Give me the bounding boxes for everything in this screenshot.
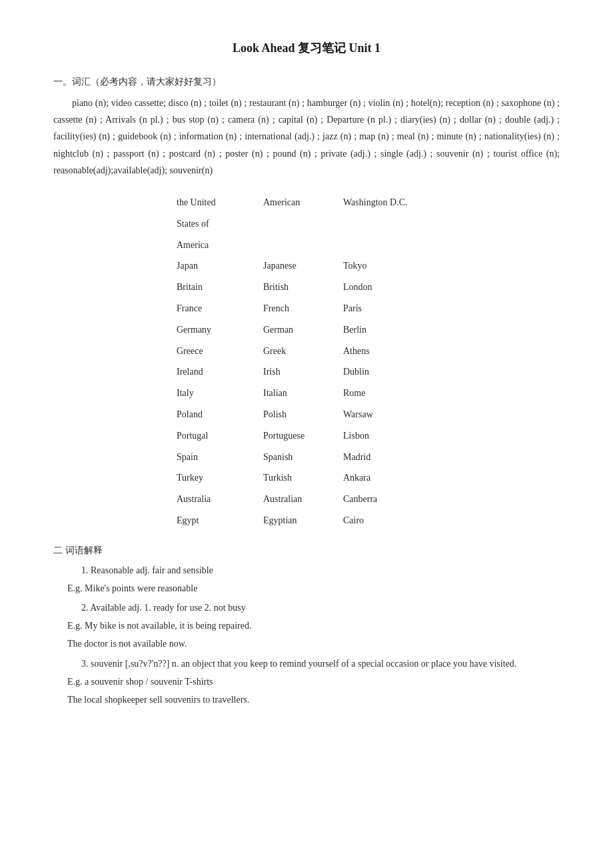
example-line: The doctor is not available now. bbox=[67, 635, 560, 652]
definition-item: 3. souvenir [,su?v?'n??] n. an object th… bbox=[53, 655, 560, 709]
example-line: E.g. a souvenir shop / souvenir T-shirts bbox=[67, 673, 560, 690]
country-table: the UnitedAmericanWashington D.C.States … bbox=[177, 192, 436, 531]
definition-line: 2. Available adj. 1. ready for use 2. no… bbox=[53, 599, 560, 616]
table-row: BritainBritishLondon bbox=[177, 277, 436, 298]
page-title: Look Ahead 复习笔记 Unit 1 bbox=[53, 40, 560, 56]
table-row: EgyptEgyptianCairo bbox=[177, 510, 436, 531]
example-line: E.g. My bike is not available, it is bei… bbox=[67, 617, 560, 634]
table-row: TurkeyTurkishAnkara bbox=[177, 467, 436, 489]
definition-line: 3. souvenir [,su?v?'n??] n. an object th… bbox=[53, 655, 560, 672]
table-row: JapanJapaneseTokyo bbox=[177, 255, 436, 277]
table-row: GreeceGreekAthens bbox=[177, 341, 436, 362]
table-row: PortugalPortugueseLisbon bbox=[177, 425, 436, 447]
definitions-container: 1. Reasonable adj. fair and sensibleE.g.… bbox=[53, 562, 560, 709]
definition-item: 2. Available adj. 1. ready for use 2. no… bbox=[53, 599, 560, 653]
table-row: America bbox=[177, 235, 436, 256]
section2-heading: 二 词语解释 bbox=[53, 545, 560, 557]
example-line: The local shopkeeper sell souvenirs to t… bbox=[67, 691, 560, 708]
table-row: ItalyItalianRome bbox=[177, 383, 436, 404]
table-row: PolandPolishWarsaw bbox=[177, 404, 436, 425]
table-row: SpainSpanishMadrid bbox=[177, 447, 436, 468]
section1-heading: 一。词汇（必考内容，请大家好好复习） bbox=[53, 76, 560, 88]
table-row: FranceFrenchParis bbox=[177, 298, 436, 319]
table-row: the UnitedAmericanWashington D.C. bbox=[177, 192, 436, 213]
table-row: IrelandIrishDublin bbox=[177, 361, 436, 383]
example-line: E.g. Mike's points were reasonable bbox=[67, 580, 560, 597]
definition-item: 1. Reasonable adj. fair and sensibleE.g.… bbox=[53, 562, 560, 597]
table-row: AustraliaAustralianCanberra bbox=[177, 489, 436, 510]
definition-line: 1. Reasonable adj. fair and sensible bbox=[53, 562, 560, 579]
table-row: States of bbox=[177, 213, 436, 235]
vocab-text: piano (n); video cassette; disco (n) ; t… bbox=[53, 95, 560, 179]
table-row: GermanyGermanBerlin bbox=[177, 319, 436, 341]
